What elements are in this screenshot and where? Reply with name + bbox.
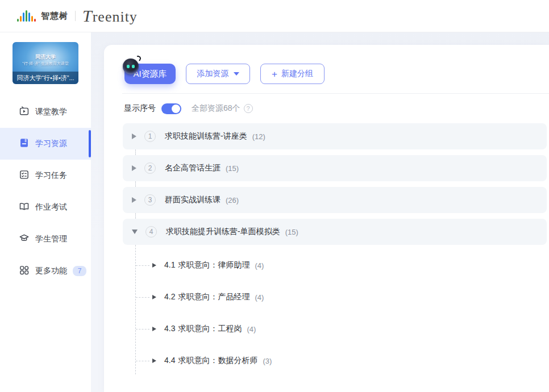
course-thumb-title: 同济大学 — [13, 53, 78, 61]
expand-caret-icon[interactable] — [132, 165, 136, 171]
total-resources-label: 全部资源68个 — [192, 103, 240, 114]
barchart-logo-icon — [17, 10, 37, 22]
sidebar-item-students[interactable]: 学生管理 — [0, 223, 91, 255]
expand-caret-icon[interactable] — [152, 327, 156, 331]
group-row-4[interactable]: 4 求职技能提升训练营-单面模拟类 (15) — [123, 219, 547, 245]
sub-row-title: 4.3求职意向：工程岗 — [164, 324, 242, 334]
active-indicator-bar — [89, 130, 91, 157]
sub-row-title: 4.1求职意向：律师助理 — [164, 260, 249, 270]
task-list-icon — [19, 169, 30, 182]
group-title: 求职技能训练营-讲座类 — [165, 131, 247, 141]
sidebar-nav: 课堂教学 学习资源 — [0, 96, 91, 287]
group-title: 求职技能提升训练营-单面模拟类 — [166, 227, 280, 237]
help-icon[interactable]: ? — [244, 104, 253, 113]
top-header: 智慧树 Treenity — [0, 0, 549, 32]
plus-icon: + — [272, 69, 277, 79]
new-group-label: 新建分组 — [281, 69, 313, 79]
course-thumbnail[interactable]: 同济大学 “行·择·济” 生涯教育大讲堂 同济大学“行•择•济”... — [13, 42, 78, 84]
group-title: 群面实战训练课 — [165, 195, 221, 205]
sidebar-item-label: 学习资源 — [35, 139, 67, 149]
brand-name-cn: 智慧树 — [41, 11, 68, 22]
toggle-knob — [172, 105, 180, 113]
expand-caret-icon[interactable] — [152, 263, 156, 268]
sub-row-count: (3) — [263, 357, 272, 365]
group-index: 4 — [145, 226, 157, 237]
sub-row-4-2[interactable]: 4.2求职意向：产品经理 (4) — [152, 284, 547, 310]
group-count: (26) — [226, 196, 239, 205]
sub-row-4-4[interactable]: 4.4求职意向：数据分析师 (3) — [152, 348, 547, 374]
sidebar-item-resources[interactable]: 学习资源 — [0, 128, 91, 160]
sidebar-item-label: 作业考试 — [35, 202, 67, 212]
page: 智慧树 Treenity 同济大学 “行·择·济” 生涯教育大讲堂 同济大学“行… — [0, 0, 549, 392]
open-book-icon — [19, 201, 30, 214]
grid-icon — [19, 265, 30, 278]
add-resource-label: 添加资源 — [197, 69, 229, 79]
group-index: 2 — [144, 162, 156, 174]
sidebar-item-tasks[interactable]: 学习任务 — [0, 160, 91, 191]
tree-guide-line — [135, 149, 136, 155]
filter-bar: 显示序号 全部资源68个 ? — [124, 99, 253, 118]
tree-guide-line — [135, 213, 136, 219]
sidebar-item-label: 更多功能 — [35, 266, 67, 276]
expand-caret-icon[interactable] — [132, 197, 136, 203]
sub-row-count: (4) — [247, 325, 256, 333]
add-resource-button[interactable]: 添加资源 — [186, 64, 250, 84]
show-index-toggle[interactable] — [161, 103, 181, 114]
sub-row-4-3[interactable]: 4.3求职意向：工程岗 (4) — [152, 316, 547, 342]
sub-row-count: (4) — [255, 293, 264, 302]
logo-divider — [75, 11, 76, 21]
book-icon — [19, 137, 30, 151]
group-row-3[interactable]: 3 群面实战训练课 (26) — [123, 187, 547, 213]
sidebar-item-homework[interactable]: 作业考试 — [0, 191, 91, 223]
group-index: 1 — [144, 131, 156, 142]
expand-caret-icon[interactable] — [132, 134, 136, 139]
sidebar-item-more[interactable]: 更多功能 7 — [0, 255, 91, 287]
tree-guide-connector — [136, 297, 149, 298]
sidebar-item-label: 学习任务 — [35, 170, 67, 181]
course-caption: 同济大学“行•择•济”... — [13, 72, 78, 84]
brand-logo: 智慧树 Treenity — [17, 6, 138, 26]
group-count: (15) — [226, 164, 239, 173]
collapse-caret-icon[interactable] — [132, 230, 138, 234]
tree-guide-connector — [136, 361, 149, 361]
sub-row-count: (4) — [255, 261, 264, 270]
expand-caret-icon[interactable] — [152, 295, 156, 299]
group-row-2[interactable]: 2 名企高管话生涯 (15) — [123, 155, 547, 181]
ai-robot-icon — [123, 59, 139, 74]
brand-name-en: Treenity — [82, 6, 138, 26]
tree-guide-line — [135, 181, 136, 187]
sub-row-title: 4.2求职意向：产品经理 — [164, 292, 249, 302]
course-thumb-subtitle: “行·择·济” 生涯教育大讲堂 — [13, 61, 78, 66]
sidebar: 同济大学 “行·择·济” 生涯教育大讲堂 同济大学“行•择•济”... 课堂教学 — [0, 32, 91, 392]
more-features-badge: 7 — [73, 266, 86, 276]
sidebar-item-classroom[interactable]: 课堂教学 — [0, 96, 91, 128]
group-row-1[interactable]: 1 求职技能训练营-讲座类 (12) — [123, 123, 547, 149]
sub-row-4-1[interactable]: 4.1求职意向：律师助理 (4) — [152, 252, 547, 278]
group-index: 3 — [144, 194, 156, 206]
group-count: (12) — [252, 132, 265, 141]
new-group-button[interactable]: + 新建分组 — [260, 64, 325, 84]
sidebar-item-label: 课堂教学 — [35, 107, 67, 117]
tv-play-icon — [19, 106, 30, 119]
tree-guide-connector — [136, 265, 149, 266]
sub-row-title: 4.4求职意向：数据分析师 — [164, 356, 257, 366]
content-card: AI资源库 添加资源 + 新建分组 显示序号 全部资源68个 ? 1 求职技能训… — [104, 45, 549, 392]
tree-guide-line — [135, 245, 136, 374]
sidebar-item-label: 学生管理 — [35, 234, 67, 244]
show-index-label: 显示序号 — [124, 103, 156, 114]
expand-caret-icon[interactable] — [152, 358, 156, 363]
graduate-cap-icon — [19, 233, 30, 246]
tree-guide-connector — [136, 329, 149, 330]
chevron-down-icon — [234, 72, 239, 76]
group-count: (15) — [285, 228, 298, 236]
toolbar-divider — [122, 93, 549, 94]
group-title: 名企高管话生涯 — [165, 163, 221, 173]
